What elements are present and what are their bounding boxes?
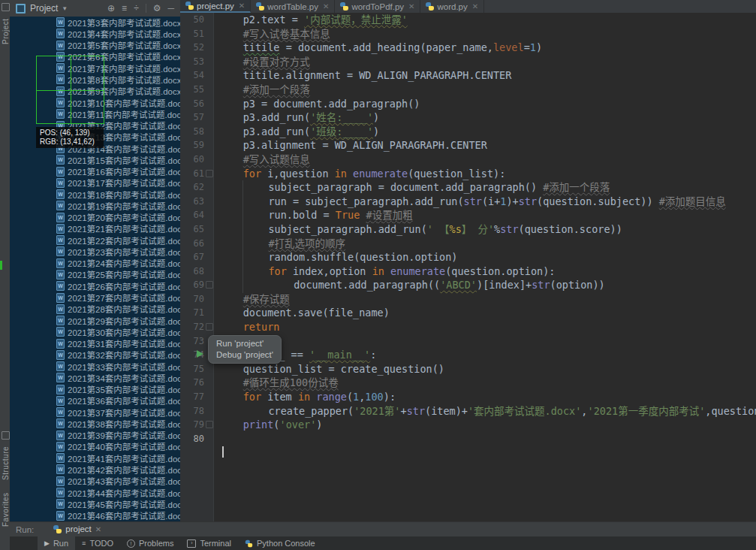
file-item[interactable]: W2021第43套内部考试试题.docx (10, 476, 180, 487)
file-item[interactable]: W2021第35套内部考试试题.docx (10, 384, 180, 395)
code-line[interactable]: 75question_list = create_question() (180, 362, 756, 376)
tab-project-py[interactable]: project.py✕ (180, 0, 251, 13)
line-number[interactable]: 52 (180, 41, 204, 55)
collapse-all-icon[interactable]: ≡ (122, 4, 127, 13)
file-item[interactable]: W2021第27套内部考试试题.docx (10, 292, 180, 303)
code-line[interactable]: 64run.bold = True #设置加粗 (180, 208, 756, 222)
code-line[interactable]: 65subject_paragraph.add_run(' 【%s】 分'%st… (180, 222, 756, 237)
line-number[interactable]: 75 (180, 362, 204, 376)
line-number[interactable]: 71 (180, 306, 204, 320)
toolbar-item-terminal[interactable]: ›Terminal (180, 536, 238, 550)
file-item[interactable]: W2021第15套内部考试试题.docx (10, 154, 180, 165)
line-number[interactable]: 57 (180, 110, 204, 125)
file-item[interactable]: W2021第16套内部考试试题.docx (10, 165, 180, 177)
line-number[interactable]: 63 (180, 195, 204, 209)
line-number[interactable]: 66 (180, 237, 204, 251)
code-line[interactable]: 55#添加一个段落 (180, 83, 756, 97)
file-item[interactable]: W2021第28套内部考试试题.docx (10, 304, 180, 315)
code-line[interactable]: 61for i,question in enumerate(question_l… (180, 167, 756, 181)
line-number[interactable]: 68 (180, 264, 204, 279)
file-item[interactable]: W2021第42套内部考试试题.docx (10, 464, 180, 475)
line-number[interactable]: 69 (180, 278, 204, 292)
file-item[interactable]: W2021第23套内部考试试题.docx (10, 246, 180, 257)
code-line[interactable]: 66#打乱选项的顺序 (180, 237, 756, 251)
code-line[interactable]: 62subject_paragraph = document.add_parag… (180, 180, 756, 195)
code-line[interactable]: 67random.shuffle(question.option) (180, 250, 756, 264)
line-number[interactable]: 80 (180, 432, 204, 446)
file-item[interactable]: W2021第18套内部考试试题.docx (10, 189, 180, 200)
file-item[interactable]: W2021第26套内部考试试题.docx (10, 280, 180, 292)
file-item[interactable]: W2021第41套内部考试试题.docx (10, 452, 180, 464)
file-item[interactable]: W2021第32套内部考试试题.docx (10, 349, 180, 361)
settings-icon[interactable]: ⚙ (153, 4, 161, 13)
line-number[interactable]: 79 (180, 418, 204, 432)
file-item[interactable]: W2021第34套内部考试试题.docx (10, 372, 180, 383)
close-icon[interactable]: ✕ (472, 2, 478, 11)
code-line[interactable]: 69document.add_paragraph(('ABCD')[index]… (180, 278, 756, 292)
code-line[interactable]: 57p3.add_run('姓名:____') (180, 110, 756, 125)
toolbar-item-problems[interactable]: !Problems (120, 536, 180, 550)
file-item[interactable]: W2021第40套内部考试试题.docx (10, 441, 180, 452)
line-number[interactable]: 50 (180, 13, 204, 27)
code-line[interactable]: 53#设置对齐方式 (180, 55, 756, 69)
file-item[interactable]: W2021第44套内部考试试题.docx (10, 487, 180, 498)
file-item[interactable]: W2021第20套内部考试试题.docx (10, 212, 180, 223)
code-line[interactable]: 71document.save(file_name) (180, 306, 756, 320)
line-number[interactable]: 55 (180, 83, 204, 97)
file-item[interactable]: W2021第17套内部考试试题.docx (10, 177, 180, 189)
close-icon[interactable]: ✕ (95, 525, 101, 533)
chevron-down-icon[interactable]: ▼ (62, 5, 68, 12)
fold-marker-icon[interactable] (206, 170, 213, 177)
file-item[interactable]: W2021第29套内部考试试题.docx (10, 315, 180, 326)
line-number[interactable]: 51 (180, 27, 204, 41)
file-item[interactable]: W2021第5套内部考试试题.docx (10, 40, 180, 51)
stripe-item-structure[interactable]: Structure (0, 441, 10, 485)
close-icon[interactable]: ✕ (239, 2, 245, 10)
run-line-icon[interactable] (197, 350, 203, 358)
fold-marker-icon[interactable] (206, 281, 213, 289)
code-line[interactable]: 51#写入试卷基本信息 (180, 27, 756, 41)
line-number[interactable]: 70 (180, 292, 204, 307)
line-number[interactable]: 56 (180, 97, 204, 111)
line-number[interactable]: 62 (180, 180, 204, 195)
locate-icon[interactable]: ⊕ (107, 4, 115, 13)
file-item[interactable]: W2021第21套内部考试试题.docx (10, 223, 180, 234)
line-number[interactable]: 77 (180, 390, 204, 404)
line-number[interactable]: 58 (180, 125, 204, 139)
file-item[interactable]: W2021第33套内部考试试题.docx (10, 361, 180, 372)
code-line[interactable]: 54titile.alignment = WD_ALIGN_PARAGRAPH.… (180, 68, 756, 83)
file-item[interactable]: W2021第45套内部考试试题.docx (10, 498, 180, 509)
close-icon[interactable]: ✕ (408, 2, 414, 11)
file-item[interactable]: W2021第30套内部考试试题.docx (10, 326, 180, 337)
file-item[interactable]: W2021第37套内部考试试题.docx (10, 406, 180, 418)
file-item[interactable]: W2021第36套内部考试试题.docx (10, 395, 180, 406)
toolbar-item-run[interactable]: ▶Run (38, 536, 75, 550)
expand-all-icon[interactable]: ÷ (134, 4, 139, 13)
line-number[interactable]: 59 (180, 138, 204, 153)
file-item[interactable]: W2021第3套内部考试试题.docx (10, 17, 180, 28)
toolbar-item-todo[interactable]: ≡TODO (75, 536, 120, 550)
line-number[interactable]: 65 (180, 222, 204, 237)
fold-marker-icon[interactable] (206, 421, 213, 428)
toolbar-item-python-console[interactable]: Python Console (238, 536, 322, 550)
code-line[interactable]: 52titile = document.add_heading(paper_na… (180, 41, 756, 55)
code-line[interactable]: 63run = subject_paragraph.add_run(str(i+… (180, 195, 756, 209)
file-item[interactable]: W2021第25套内部考试试题.docx (10, 269, 180, 280)
file-item[interactable]: W2021第4套内部考试试题.docx (10, 28, 180, 39)
code-line[interactable]: 58p3.add_run('班级:____') (180, 125, 756, 139)
code-line[interactable]: 50p2.text = '内部试题，禁止泄露' (180, 13, 756, 27)
code-editor[interactable]: 50p2.text = '内部试题，禁止泄露'51#写入试卷基本信息52titi… (180, 13, 756, 521)
file-item[interactable]: W2021第39套内部考试试题.docx (10, 430, 180, 441)
code-line[interactable]: 59p3.alignment = WD_ALIGN_PARAGRAPH.CENT… (180, 138, 756, 153)
line-number[interactable]: 76 (180, 376, 204, 390)
code-line[interactable]: 60#写入试题信息 (180, 153, 756, 167)
tab-wordToPdf-py[interactable]: wordToPdf.py✕ (335, 0, 420, 13)
stripe-item-project[interactable]: Project (0, 12, 10, 51)
line-number[interactable]: 53 (180, 55, 204, 69)
line-number[interactable]: 61 (180, 167, 204, 181)
code-line[interactable]: 56p3 = document.add_paragraph() (180, 97, 756, 111)
line-number[interactable]: 60 (180, 153, 204, 167)
file-item[interactable]: W2021第24套内部考试试题.docx (10, 258, 180, 269)
code-line[interactable]: 79print('over') (180, 418, 756, 432)
code-line[interactable]: 78create_papper('2021第'+str(item)+'套内部考试… (180, 404, 756, 419)
